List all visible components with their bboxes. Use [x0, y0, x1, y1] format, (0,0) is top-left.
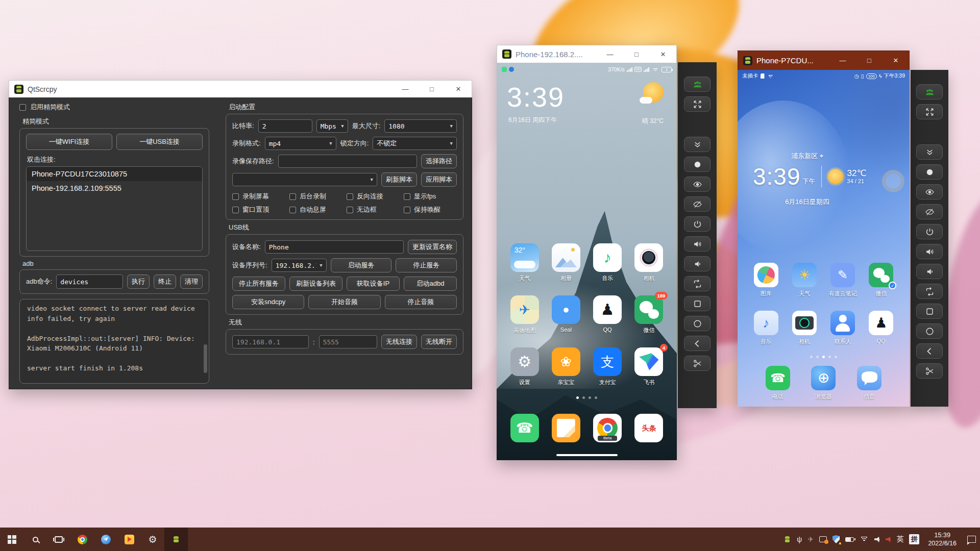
- app-toutiao[interactable]: 头条: [634, 414, 663, 442]
- adb-log[interactable]: video socket connect to server read devi…: [19, 299, 209, 384]
- feishu-icon[interactable]: 4: [634, 347, 663, 376]
- chevrons-down-button[interactable]: [684, 137, 710, 152]
- phone-icon[interactable]: ☎: [766, 366, 790, 390]
- app-wechat[interactable]: ✓微信: [869, 263, 893, 311]
- device-list-item[interactable]: Phone-P7CDU17C23010875: [27, 167, 202, 181]
- eye-open-button[interactable]: [684, 177, 710, 192]
- checkbox-icon[interactable]: [404, 207, 410, 213]
- action-center-button[interactable]: [965, 536, 976, 543]
- task-view-button[interactable]: [47, 528, 70, 551]
- get-device-ip-button[interactable]: 获取设备IP: [347, 277, 400, 291]
- app-weather[interactable]: 32°天气: [510, 243, 539, 295]
- scissors-button[interactable]: [916, 363, 943, 379]
- sync-screen-icon[interactable]: [819, 536, 827, 542]
- muted-volume-icon[interactable]: ): [886, 536, 891, 542]
- wireless-connect-button[interactable]: 无线连接: [381, 335, 417, 349]
- ime-language[interactable]: 英: [896, 535, 903, 544]
- close-button[interactable]: ✕: [883, 51, 909, 70]
- android-group-button[interactable]: [916, 84, 943, 99]
- app-music[interactable]: ♪音乐: [593, 243, 622, 295]
- remote-icon[interactable]: ✈: [807, 535, 814, 543]
- app-wechat[interactable]: 189微信: [634, 295, 663, 347]
- chrome-beta-icon[interactable]: Beta: [593, 414, 622, 442]
- app-messages[interactable]: 信息: [857, 366, 881, 400]
- close-button[interactable]: ✕: [650, 45, 676, 63]
- screenshot-button[interactable]: [684, 157, 710, 172]
- chevrons-down-button[interactable]: [916, 144, 943, 160]
- rotate-button[interactable]: [916, 284, 943, 299]
- app-amap[interactable]: ✈高德地图: [510, 295, 539, 347]
- adb-clean-button[interactable]: 清理: [180, 274, 203, 289]
- serial-select[interactable]: 192.168.2.1▼: [272, 259, 327, 272]
- phone2-clock-widget[interactable]: 3:39 下午 32℃ 34 / 21: [753, 163, 880, 190]
- option-checkbox-无边框[interactable]: 无边框: [347, 205, 400, 214]
- app-browser[interactable]: ⊕浏览器: [811, 366, 836, 400]
- wifi-connect-button[interactable]: 一键WIFI连接: [26, 134, 112, 150]
- taskbar-blue-app[interactable]: [94, 528, 117, 551]
- wireless-disconnect-button[interactable]: 无线断开: [421, 335, 457, 349]
- bitrate-input[interactable]: 2: [258, 119, 312, 133]
- volume-icon[interactable]: ): [874, 536, 880, 542]
- wifi-tray-icon[interactable]: [860, 537, 869, 542]
- browser-icon[interactable]: ⊕: [811, 366, 836, 390]
- volume-down-button[interactable]: [684, 256, 710, 271]
- home-button[interactable]: [916, 323, 943, 339]
- settings-icon[interactable]: ⚙: [510, 347, 539, 376]
- option-checkbox-窗口置顶[interactable]: 窗口置顶: [232, 205, 285, 214]
- app-notes[interactable]: [552, 414, 580, 442]
- volume-down-button[interactable]: [916, 264, 943, 279]
- option-checkbox-录制屏幕[interactable]: 录制屏幕: [232, 192, 285, 201]
- security-shield-icon[interactable]: ▲: [832, 535, 840, 543]
- close-button[interactable]: ✕: [445, 81, 472, 97]
- adb-run-button[interactable]: 执行: [127, 274, 150, 289]
- albums-icon[interactable]: [552, 243, 580, 272]
- simple-mode-checkbox[interactable]: [19, 104, 26, 111]
- log-scrollbar[interactable]: [204, 344, 207, 373]
- app-albums[interactable]: 相册: [552, 243, 580, 295]
- checkbox-icon[interactable]: [232, 193, 239, 200]
- volume-up-button[interactable]: [684, 236, 710, 252]
- toutiao-icon[interactable]: 头条: [634, 414, 663, 442]
- app-switch-button[interactable]: [916, 304, 943, 319]
- scissors-button[interactable]: [684, 356, 710, 371]
- ime-mode[interactable]: 拼: [909, 534, 919, 544]
- script-select[interactable]: ▼: [232, 173, 377, 186]
- contacts-icon[interactable]: [830, 311, 855, 335]
- checkbox-icon[interactable]: [404, 193, 410, 200]
- eye-open-button[interactable]: [916, 184, 943, 199]
- back-button[interactable]: [916, 343, 943, 359]
- refresh-script-button[interactable]: 刷新脚本: [381, 172, 417, 187]
- eye-closed-button[interactable]: [916, 204, 943, 219]
- qq-icon[interactable]: ♟: [593, 295, 622, 324]
- checkbox-icon[interactable]: [232, 207, 239, 213]
- phone-icon[interactable]: ☎: [510, 414, 539, 442]
- minimize-button[interactable]: —: [829, 51, 856, 70]
- app-youdao-note[interactable]: ✎有道云笔记: [829, 263, 857, 311]
- android-group-button[interactable]: [684, 77, 710, 92]
- amap-icon[interactable]: ✈: [510, 295, 539, 324]
- app-camera[interactable]: 相机: [634, 243, 663, 295]
- rotate-button[interactable]: [684, 276, 710, 291]
- seal-icon[interactable]: ●: [552, 295, 580, 324]
- taskbar-search-button[interactable]: [23, 528, 47, 551]
- apply-script-button[interactable]: 应用脚本: [421, 172, 457, 187]
- stop-service-button[interactable]: 停止服务: [396, 258, 457, 272]
- fullscreen-button[interactable]: [916, 104, 943, 119]
- back-button[interactable]: [684, 336, 710, 351]
- option-checkbox-反向连接[interactable]: 反向连接: [347, 192, 400, 201]
- home-button[interactable]: [684, 316, 710, 331]
- taskbar-chrome[interactable]: [70, 528, 94, 551]
- gallery-icon[interactable]: [754, 263, 778, 287]
- start-button[interactable]: [0, 528, 23, 551]
- minimize-button[interactable]: —: [597, 45, 623, 63]
- weather-icon[interactable]: ☀: [792, 263, 817, 287]
- option-checkbox-自动息屏[interactable]: 自动息屏: [289, 205, 342, 214]
- music-icon[interactable]: ♪: [593, 243, 622, 272]
- taskbar-player-app[interactable]: [117, 528, 141, 551]
- refresh-device-list-button[interactable]: 刷新设备列表: [289, 277, 342, 291]
- app-music[interactable]: ♪音乐: [754, 311, 778, 359]
- max-size-select[interactable]: 1080▼: [384, 119, 457, 133]
- app-feishu[interactable]: 4飞书: [634, 347, 663, 399]
- adb-cmd-input[interactable]: devices: [56, 274, 123, 289]
- power-button[interactable]: [684, 216, 710, 232]
